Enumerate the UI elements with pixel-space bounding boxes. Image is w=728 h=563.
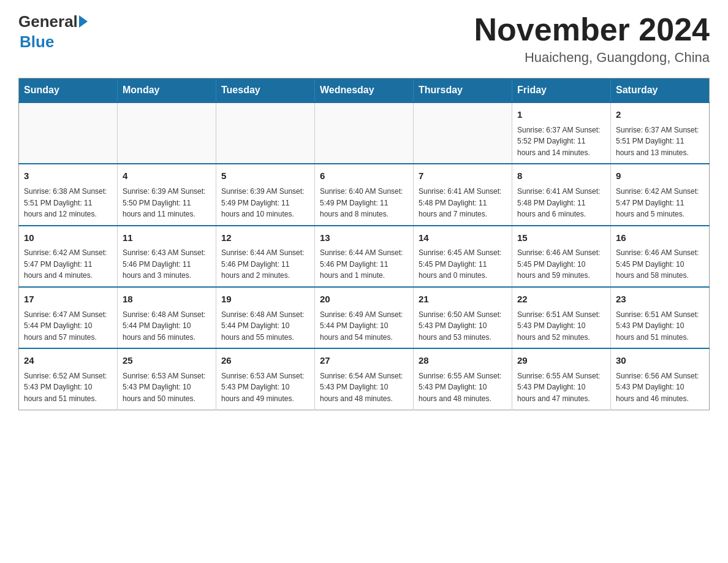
day-info: Sunrise: 6:53 AM Sunset: 5:43 PM Dayligh…: [221, 370, 309, 405]
location-subtitle: Huaicheng, Guangdong, China: [474, 50, 710, 66]
calendar-cell: 19Sunrise: 6:48 AM Sunset: 5:44 PM Dayli…: [216, 287, 315, 348]
day-info: Sunrise: 6:41 AM Sunset: 5:48 PM Dayligh…: [419, 186, 507, 220]
day-number: 4: [123, 169, 211, 183]
day-number: 2: [616, 108, 704, 122]
calendar-cell: 11Sunrise: 6:43 AM Sunset: 5:46 PM Dayli…: [118, 226, 216, 287]
day-info: Sunrise: 6:54 AM Sunset: 5:43 PM Dayligh…: [320, 370, 408, 405]
day-number: 22: [517, 293, 605, 307]
calendar-cell: 20Sunrise: 6:49 AM Sunset: 5:44 PM Dayli…: [315, 287, 414, 348]
day-info: Sunrise: 6:37 AM Sunset: 5:52 PM Dayligh…: [517, 124, 605, 159]
day-number: 23: [616, 293, 704, 307]
day-number: 11: [123, 231, 211, 245]
calendar-cell: 25Sunrise: 6:53 AM Sunset: 5:43 PM Dayli…: [118, 348, 216, 410]
day-info: Sunrise: 6:39 AM Sunset: 5:50 PM Dayligh…: [123, 186, 211, 220]
calendar-table: Sunday Monday Tuesday Wednesday Thursday…: [18, 78, 710, 410]
day-number: 9: [616, 169, 704, 183]
day-info: Sunrise: 6:37 AM Sunset: 5:51 PM Dayligh…: [616, 124, 704, 159]
day-number: 30: [616, 354, 704, 368]
day-number: 18: [123, 293, 211, 307]
day-number: 14: [419, 231, 507, 245]
day-number: 29: [517, 354, 605, 368]
calendar-cell: 2Sunrise: 6:37 AM Sunset: 5:51 PM Daylig…: [611, 102, 710, 164]
calendar-cell: 23Sunrise: 6:51 AM Sunset: 5:43 PM Dayli…: [611, 287, 710, 348]
day-info: Sunrise: 6:56 AM Sunset: 5:43 PM Dayligh…: [616, 370, 704, 405]
day-info: Sunrise: 6:42 AM Sunset: 5:47 PM Dayligh…: [616, 186, 704, 220]
day-info: Sunrise: 6:50 AM Sunset: 5:43 PM Dayligh…: [419, 309, 507, 343]
day-number: 3: [24, 169, 112, 183]
day-number: 8: [517, 169, 605, 183]
day-info: Sunrise: 6:44 AM Sunset: 5:46 PM Dayligh…: [221, 247, 309, 282]
day-info: Sunrise: 6:42 AM Sunset: 5:47 PM Dayligh…: [24, 247, 112, 282]
day-number: 17: [24, 293, 112, 307]
calendar-week-row: 3Sunrise: 6:38 AM Sunset: 5:51 PM Daylig…: [19, 164, 710, 225]
day-info: Sunrise: 6:39 AM Sunset: 5:49 PM Dayligh…: [221, 186, 309, 220]
day-info: Sunrise: 6:46 AM Sunset: 5:45 PM Dayligh…: [616, 247, 704, 282]
calendar-cell: 9Sunrise: 6:42 AM Sunset: 5:47 PM Daylig…: [611, 164, 710, 225]
calendar-cell: 18Sunrise: 6:48 AM Sunset: 5:44 PM Dayli…: [118, 287, 216, 348]
day-number: 16: [616, 231, 704, 245]
day-number: 25: [123, 354, 211, 368]
day-number: 12: [221, 231, 309, 245]
day-info: Sunrise: 6:51 AM Sunset: 5:43 PM Dayligh…: [616, 309, 704, 343]
calendar-cell: 28Sunrise: 6:55 AM Sunset: 5:43 PM Dayli…: [414, 348, 512, 410]
logo-general: General: [18, 12, 78, 31]
calendar-cell: 13Sunrise: 6:44 AM Sunset: 5:46 PM Dayli…: [315, 226, 414, 287]
logo: General Blue: [18, 12, 88, 52]
calendar-cell: 14Sunrise: 6:45 AM Sunset: 5:45 PM Dayli…: [414, 226, 512, 287]
calendar-cell: 27Sunrise: 6:54 AM Sunset: 5:43 PM Dayli…: [315, 348, 414, 410]
calendar-cell: 10Sunrise: 6:42 AM Sunset: 5:47 PM Dayli…: [19, 226, 118, 287]
day-number: 6: [320, 169, 408, 183]
header-monday: Monday: [118, 79, 216, 103]
calendar-cell: 24Sunrise: 6:52 AM Sunset: 5:43 PM Dayli…: [19, 348, 118, 410]
day-info: Sunrise: 6:48 AM Sunset: 5:44 PM Dayligh…: [221, 309, 309, 343]
calendar-cell: 1Sunrise: 6:37 AM Sunset: 5:52 PM Daylig…: [512, 102, 611, 164]
calendar-cell: 12Sunrise: 6:44 AM Sunset: 5:46 PM Dayli…: [216, 226, 315, 287]
header-thursday: Thursday: [414, 79, 512, 103]
calendar-cell: 16Sunrise: 6:46 AM Sunset: 5:45 PM Dayli…: [611, 226, 710, 287]
day-number: 13: [320, 231, 408, 245]
day-number: 1: [517, 108, 605, 122]
day-number: 27: [320, 354, 408, 368]
day-info: Sunrise: 6:55 AM Sunset: 5:43 PM Dayligh…: [419, 370, 507, 405]
day-info: Sunrise: 6:49 AM Sunset: 5:44 PM Dayligh…: [320, 309, 408, 343]
month-title: November 2024: [474, 12, 710, 47]
page-header: General Blue November 2024 Huaicheng, Gu…: [18, 12, 710, 66]
calendar-week-row: 24Sunrise: 6:52 AM Sunset: 5:43 PM Dayli…: [19, 348, 710, 410]
calendar-cell: 3Sunrise: 6:38 AM Sunset: 5:51 PM Daylig…: [19, 164, 118, 225]
day-info: Sunrise: 6:48 AM Sunset: 5:44 PM Dayligh…: [123, 309, 211, 343]
day-number: 24: [24, 354, 112, 368]
day-number: 7: [419, 169, 507, 183]
calendar-cell: 7Sunrise: 6:41 AM Sunset: 5:48 PM Daylig…: [414, 164, 512, 225]
calendar-cell: 29Sunrise: 6:55 AM Sunset: 5:43 PM Dayli…: [512, 348, 611, 410]
calendar-cell: 17Sunrise: 6:47 AM Sunset: 5:44 PM Dayli…: [19, 287, 118, 348]
day-number: 10: [24, 231, 112, 245]
calendar-cell: [414, 102, 512, 164]
day-info: Sunrise: 6:55 AM Sunset: 5:43 PM Dayligh…: [517, 370, 605, 405]
header-tuesday: Tuesday: [216, 79, 315, 103]
calendar-cell: [118, 102, 216, 164]
day-info: Sunrise: 6:45 AM Sunset: 5:45 PM Dayligh…: [419, 247, 507, 282]
header-saturday: Saturday: [611, 79, 710, 103]
calendar-cell: 22Sunrise: 6:51 AM Sunset: 5:43 PM Dayli…: [512, 287, 611, 348]
calendar-cell: 30Sunrise: 6:56 AM Sunset: 5:43 PM Dayli…: [611, 348, 710, 410]
day-info: Sunrise: 6:51 AM Sunset: 5:43 PM Dayligh…: [517, 309, 605, 343]
calendar-cell: 8Sunrise: 6:41 AM Sunset: 5:48 PM Daylig…: [512, 164, 611, 225]
day-info: Sunrise: 6:53 AM Sunset: 5:43 PM Dayligh…: [123, 370, 211, 405]
calendar-cell: [315, 102, 414, 164]
weekday-header-row: Sunday Monday Tuesday Wednesday Thursday…: [19, 79, 710, 103]
day-info: Sunrise: 6:52 AM Sunset: 5:43 PM Dayligh…: [24, 370, 112, 405]
day-info: Sunrise: 6:40 AM Sunset: 5:49 PM Dayligh…: [320, 186, 408, 220]
header-wednesday: Wednesday: [315, 79, 414, 103]
day-number: 5: [221, 169, 309, 183]
calendar-cell: 5Sunrise: 6:39 AM Sunset: 5:49 PM Daylig…: [216, 164, 315, 225]
logo-arrow-icon: [79, 15, 88, 28]
day-number: 19: [221, 293, 309, 307]
calendar-cell: 4Sunrise: 6:39 AM Sunset: 5:50 PM Daylig…: [118, 164, 216, 225]
day-number: 20: [320, 293, 408, 307]
day-info: Sunrise: 6:38 AM Sunset: 5:51 PM Dayligh…: [24, 186, 112, 220]
logo-blue: Blue: [20, 33, 54, 52]
day-number: 21: [419, 293, 507, 307]
day-number: 15: [517, 231, 605, 245]
header-sunday: Sunday: [19, 79, 118, 103]
title-area: November 2024 Huaicheng, Guangdong, Chin…: [474, 12, 710, 66]
